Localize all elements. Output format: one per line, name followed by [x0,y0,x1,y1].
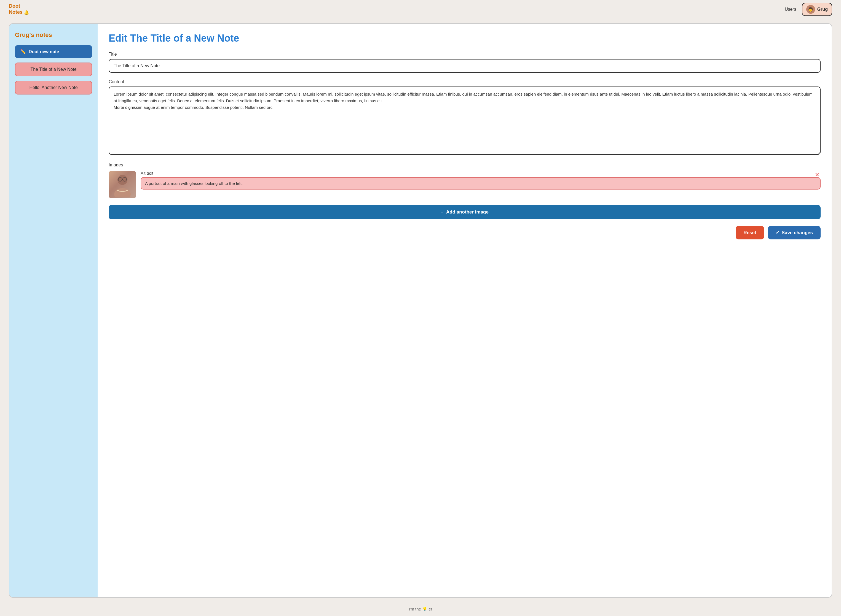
brand-icon2: 🔔 [24,10,29,15]
title-group: Title [109,52,820,73]
svg-line-4 [118,179,118,179]
images-label: Images [109,163,820,167]
close-icon: ✕ [815,172,819,178]
footer-text-after: er [428,607,432,611]
edit-page-title: Edit The Title of a New Note [109,32,820,44]
brand-line1: Doot [9,3,29,9]
save-label: Save changes [782,230,813,236]
note-item-2[interactable]: Hello, Another New Note [15,81,92,94]
user-badge[interactable]: 🧑 Grug [802,3,832,16]
remove-image-button[interactable]: ✕ [814,171,820,179]
image-alt-group: Alt text [141,171,820,189]
svg-line-5 [126,179,127,179]
sidebar-title: Grug's notes [15,31,92,38]
image-thumb-inner [109,171,136,198]
form-actions: Reset ✓ Save changes [109,226,820,239]
brand: Doot Notes 🔔 [9,3,29,15]
add-image-button[interactable]: + Add another image [109,205,820,219]
navbar-right: Users 🧑 Grug [785,3,832,16]
main-container: Grug's notes ✏️ Doot new note The Title … [0,19,841,602]
pencil-icon: ✏️ [21,49,26,54]
bulb-icon: 💡 [422,607,427,612]
brand-line2-text: Notes [9,9,23,15]
image-thumbnail [109,171,136,198]
footer: I'm the 💡 er [0,602,841,616]
image-item-1: Alt text ✕ [109,171,820,198]
content-textarea[interactable] [109,87,820,155]
brand-line2: Notes 🔔 [9,9,29,15]
svg-point-1 [114,188,131,197]
note-item-1[interactable]: The Title of a New Note [15,63,92,76]
content-group: Content [109,79,820,156]
reset-button[interactable]: Reset [736,226,764,239]
content-label: Content [109,79,820,84]
new-note-label: Doot new note [29,49,59,54]
image-alt-label: Alt text [141,171,820,176]
app-panel: Grug's notes ✏️ Doot new note The Title … [9,23,832,598]
sidebar: Grug's notes ✏️ Doot new note The Title … [9,24,98,597]
portrait-svg [113,172,132,197]
navbar: Doot Notes 🔔 Users 🧑 Grug [0,0,841,19]
title-input[interactable] [109,59,820,73]
footer-text-before: I'm the [409,607,422,611]
image-alt-input[interactable] [141,177,820,189]
users-link[interactable]: Users [785,7,796,12]
title-label: Title [109,52,820,57]
save-button[interactable]: ✓ Save changes [768,226,820,239]
user-name: Grug [817,7,828,12]
new-note-button[interactable]: ✏️ Doot new note [15,45,92,58]
add-image-label: Add another image [446,210,489,215]
checkmark-icon: ✓ [776,230,779,236]
edit-panel: Edit The Title of a New Note Title Conte… [98,24,832,597]
avatar: 🧑 [806,5,815,14]
plus-icon: + [441,210,443,215]
images-section: Images [109,163,820,198]
avatar-emoji: 🧑 [808,7,813,12]
svg-point-0 [118,175,127,185]
